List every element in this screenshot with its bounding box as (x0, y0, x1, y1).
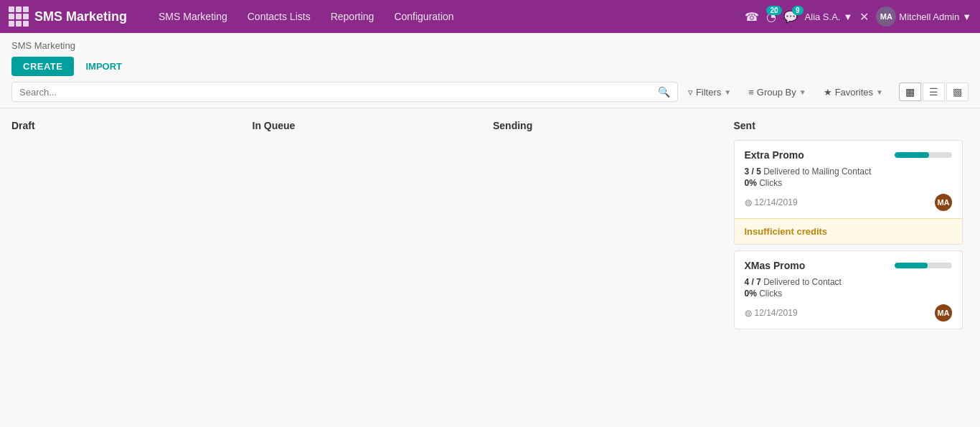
create-button[interactable]: CREATE (11, 57, 74, 76)
sub-header: SMS Marketing CREATE IMPORT (0, 33, 980, 76)
column-header-sending: Sending (493, 114, 722, 140)
column-header-draft: Draft (11, 114, 241, 140)
search-icon: 🔍 (658, 86, 670, 98)
list-view-button[interactable]: ☰ (923, 83, 945, 101)
messages-badge: 9 (792, 6, 804, 15)
app-title: SMS Marketing (34, 9, 127, 24)
card-stat-clicks-extra-promo: 0% Clicks (745, 178, 953, 188)
card-stat-clicks-xmas-promo: 0% Clicks (745, 288, 953, 299)
nav-contacts-lists[interactable]: Contacts Lists (239, 8, 319, 25)
column-header-in-queue: In Queue (253, 114, 482, 140)
delivered-label-xmas: Delivered to Contact (763, 277, 842, 287)
filter-group: ▿ Filters ▼ ≡ Group By ▼ ★ Favorites ▼ (684, 84, 887, 100)
messages-icon[interactable]: 💬 9 (783, 10, 798, 24)
date-value-extra-promo: 12/14/2019 (755, 197, 798, 207)
user2-menu[interactable]: MA Mitchell Admin ▼ (876, 6, 971, 27)
action-row: CREATE IMPORT (11, 57, 969, 76)
nav-menu: SMS Marketing Contacts Lists Reporting C… (150, 8, 739, 25)
card-footer-xmas-promo: ◍ 12/14/2019 MA (745, 304, 953, 322)
kanban-column-sent: Sent Extra Promo 3 / 5 Delivered to Mail… (728, 114, 969, 421)
avatar-extra-promo: MA (935, 194, 952, 211)
card-body-xmas-promo: XMas Promo 4 / 7 Delivered to Contact 0%… (735, 251, 963, 329)
card-body-extra-promo: Extra Promo 3 / 5 Delivered to Mailing C… (735, 141, 963, 218)
avatar-xmas-promo: MA (935, 304, 952, 322)
card-footer-extra-promo: ◍ 12/14/2019 MA (745, 194, 953, 211)
crm-badge: 20 (766, 6, 781, 15)
nav-reporting[interactable]: Reporting (322, 8, 383, 25)
nav-sms-marketing[interactable]: SMS Marketing (150, 8, 236, 25)
group-by-label: Group By (757, 87, 796, 98)
search-box: 🔍 (11, 82, 678, 102)
filters-button[interactable]: ▿ Filters ▼ (684, 84, 735, 100)
group-by-button[interactable]: ≡ Group By ▼ (744, 84, 810, 100)
clicks-label-extra-promo: Clicks (759, 178, 782, 188)
favorites-caret: ▼ (876, 88, 883, 96)
phone-icon[interactable]: ☎ (745, 10, 759, 24)
view-toggle: ▦ ☰ ▩ (899, 83, 969, 101)
progress-fill-xmas-promo (895, 263, 928, 268)
main-content: SMS Marketing CREATE IMPORT 🔍 ▿ Filters … (0, 33, 980, 427)
search-filter-row: 🔍 ▿ Filters ▼ ≡ Group By ▼ ★ Favorites ▼… (0, 76, 980, 108)
user2-label: Mitchell Admin (899, 11, 959, 22)
card-header-row: Extra Promo (745, 149, 953, 161)
column-header-sent: Sent (734, 114, 963, 140)
insufficient-credits-banner: Insufficient credits (735, 218, 963, 244)
user1-caret: ▼ (843, 11, 852, 22)
group-by-caret: ▼ (799, 88, 806, 96)
group-by-icon: ≡ (748, 87, 754, 98)
search-input[interactable] (19, 87, 654, 98)
user1-label: Alia S.A. (805, 11, 841, 22)
card-title-xmas-promo: XMas Promo (745, 260, 806, 271)
user2-avatar: MA (876, 6, 896, 27)
card-date-extra-promo: ◍ 12/14/2019 (745, 197, 798, 207)
import-button[interactable]: IMPORT (80, 57, 128, 76)
top-navigation: SMS Marketing SMS Marketing Contacts Lis… (0, 0, 980, 33)
card-title-extra-promo: Extra Promo (745, 149, 804, 161)
date-value-xmas: 12/14/2019 (755, 308, 798, 318)
kanban-column-in-queue: In Queue (247, 114, 488, 421)
kanban-card-extra-promo[interactable]: Extra Promo 3 / 5 Delivered to Mailing C… (734, 140, 963, 245)
favorites-label: Favorites (835, 87, 873, 98)
card-header-row-xmas: XMas Promo (745, 260, 953, 271)
kanban-column-sending: Sending (487, 114, 728, 421)
kanban-view-button[interactable]: ▦ (899, 83, 921, 101)
crm-icon[interactable]: ◔ 20 (766, 10, 776, 24)
kanban-card-xmas-promo[interactable]: XMas Promo 4 / 7 Delivered to Contact 0%… (734, 250, 963, 329)
progress-fill-extra-promo (895, 152, 929, 158)
delivered-label-extra-promo: Delivered to Mailing Contact (763, 166, 871, 177)
nav-configuration[interactable]: Configuration (385, 8, 462, 25)
clock-icon-extra-promo: ◍ (745, 197, 752, 207)
card-stat-delivered-extra-promo: 3 / 5 Delivered to Mailing Contact (745, 166, 953, 177)
kanban-board: Draft In Queue Sending Sent Extra Promo (0, 108, 980, 427)
nav-right: ☎ ◔ 20 💬 9 Alia S.A. ▼ ✕ MA Mitchell Adm… (745, 6, 971, 27)
breadcrumb: SMS Marketing (11, 40, 969, 51)
filters-label: Filters (696, 87, 721, 98)
favorites-button[interactable]: ★ Favorites ▼ (819, 84, 887, 100)
filter-funnel-icon: ▿ (688, 87, 693, 98)
progress-bar-xmas-promo (895, 263, 952, 268)
card-date-xmas-promo: ◍ 12/14/2019 (745, 308, 798, 318)
clicks-label-xmas: Clicks (759, 288, 782, 299)
clock-icon-xmas: ◍ (745, 308, 752, 318)
user2-caret: ▼ (962, 11, 971, 22)
kanban-column-draft: Draft (11, 114, 247, 421)
progress-bar-extra-promo (895, 152, 952, 158)
app-grid-icon[interactable] (9, 6, 29, 27)
chart-view-button[interactable]: ▩ (946, 83, 969, 101)
close-icon[interactable]: ✕ (859, 10, 869, 24)
card-stat-delivered-xmas-promo: 4 / 7 Delivered to Contact (745, 277, 953, 287)
star-icon: ★ (824, 87, 832, 98)
user1-menu[interactable]: Alia S.A. ▼ (805, 11, 853, 22)
filters-caret: ▼ (724, 88, 731, 96)
